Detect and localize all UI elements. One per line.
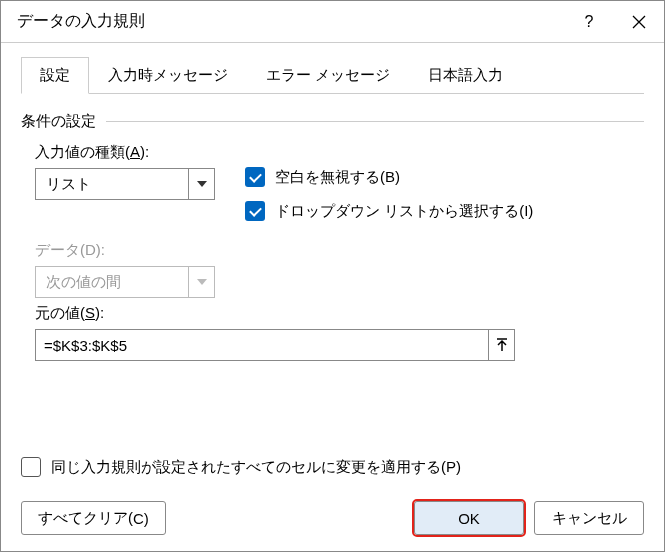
ignore-blank-checkbox[interactable] bbox=[245, 167, 265, 187]
in-cell-dropdown-checkbox[interactable] bbox=[245, 201, 265, 221]
data-validation-dialog: データの入力規則 ? 設定 入力時メッセージ エラー メッセージ 日本語入力 条… bbox=[0, 0, 665, 552]
cancel-button[interactable]: キャンセル bbox=[534, 501, 644, 535]
allow-select-value: リスト bbox=[36, 175, 188, 194]
divider bbox=[106, 121, 644, 122]
tab-bar: 設定 入力時メッセージ エラー メッセージ 日本語入力 bbox=[21, 57, 644, 94]
close-icon bbox=[632, 15, 646, 29]
dialog-title: データの入力規則 bbox=[17, 11, 564, 32]
criteria-heading-text: 条件の設定 bbox=[21, 112, 96, 131]
dialog-footer: すべてクリア(C) OK キャンセル bbox=[1, 489, 664, 551]
ignore-blank-row[interactable]: 空白を無視する(B) bbox=[245, 167, 533, 187]
tab-settings[interactable]: 設定 bbox=[21, 57, 89, 94]
in-cell-dropdown-label: ドロップダウン リストから選択する(I) bbox=[275, 202, 533, 221]
dialog-body: 設定 入力時メッセージ エラー メッセージ 日本語入力 条件の設定 入力値の種類… bbox=[1, 43, 664, 489]
criteria-heading: 条件の設定 bbox=[21, 112, 644, 131]
source-label: 元の値(S): bbox=[35, 304, 644, 323]
help-button[interactable]: ? bbox=[564, 1, 614, 43]
close-button[interactable] bbox=[614, 1, 664, 43]
allow-select[interactable]: リスト bbox=[35, 168, 215, 200]
apply-all-label: 同じ入力規則が設定されたすべてのセルに変更を適用する(P) bbox=[51, 458, 461, 477]
titlebar: データの入力規則 ? bbox=[1, 1, 664, 43]
chevron-down-icon bbox=[197, 181, 207, 187]
allow-select-arrow[interactable] bbox=[188, 169, 214, 199]
range-picker-icon bbox=[495, 338, 509, 352]
source-input[interactable] bbox=[36, 337, 488, 354]
tab-input-message[interactable]: 入力時メッセージ bbox=[89, 57, 247, 94]
data-select-arrow bbox=[188, 267, 214, 297]
allow-label: 入力値の種類(A): bbox=[35, 143, 245, 162]
data-select-value: 次の値の間 bbox=[36, 273, 188, 292]
data-label: データ(D): bbox=[35, 241, 245, 260]
apply-all-row[interactable]: 同じ入力規則が設定されたすべてのセルに変更を適用する(P) bbox=[21, 457, 644, 477]
ignore-blank-label: 空白を無視する(B) bbox=[275, 168, 400, 187]
range-picker-button[interactable] bbox=[488, 330, 514, 360]
clear-all-button[interactable]: すべてクリア(C) bbox=[21, 501, 166, 535]
ok-button[interactable]: OK bbox=[414, 501, 524, 535]
source-input-wrap bbox=[35, 329, 515, 361]
chevron-down-icon bbox=[197, 279, 207, 285]
tab-ime-mode[interactable]: 日本語入力 bbox=[409, 57, 522, 94]
apply-all-checkbox[interactable] bbox=[21, 457, 41, 477]
tab-error-alert[interactable]: エラー メッセージ bbox=[247, 57, 409, 94]
in-cell-dropdown-row[interactable]: ドロップダウン リストから選択する(I) bbox=[245, 201, 533, 221]
data-select: 次の値の間 bbox=[35, 266, 215, 298]
criteria-section: 入力値の種類(A): リスト 空白を無視する(B) bbox=[21, 143, 644, 361]
